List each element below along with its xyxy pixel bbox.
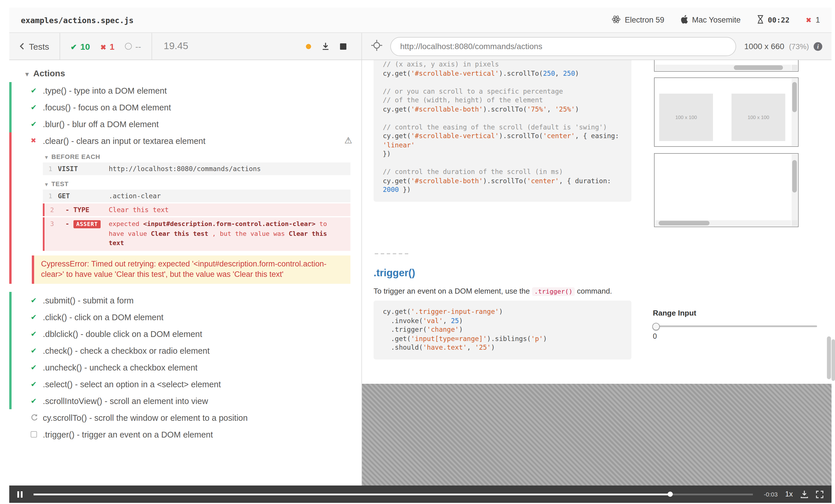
- passed-check-icon: [30, 380, 37, 389]
- failed-test-block: .clear() - clears an input or textarea e…: [9, 132, 361, 284]
- assert-message: expected <input#description.form-control…: [109, 219, 345, 248]
- browser-info[interactable]: Electron 59: [612, 15, 665, 25]
- test-item-trigger[interactable]: .trigger() - trigger an event on a DOM e…: [9, 426, 361, 443]
- command-row-visit[interactable]: 1 VISIT http://localhost:8080/commands/a…: [43, 163, 350, 175]
- scrollbar-thumb[interactable]: [734, 65, 783, 70]
- range-slider-thumb[interactable]: [652, 322, 660, 330]
- failed-x-icon: [30, 136, 36, 145]
- range-input-label: Range Input: [653, 309, 817, 317]
- vertical-scrollbar[interactable]: [792, 154, 797, 220]
- horizontal-scrollbar[interactable]: [655, 220, 791, 226]
- playback-progress-bar[interactable]: [34, 493, 753, 495]
- test-item-scrollto[interactable]: cy.scrollTo() - scroll the window or ele…: [9, 410, 361, 426]
- chevron-left-icon: [20, 41, 24, 51]
- trigger-section-heading[interactable]: .trigger(): [373, 267, 415, 279]
- url-input[interactable]: [390, 37, 736, 56]
- test-section[interactable]: TEST: [12, 176, 361, 190]
- test-item-scrollintoview[interactable]: .scrollIntoView() - scroll an element in…: [9, 393, 361, 410]
- assert-badge: ASSERT: [74, 220, 101, 228]
- test-item-check[interactable]: .check() - check a checkbox or radio ele…: [9, 342, 361, 359]
- passed-count: 10: [80, 41, 90, 51]
- test-title: .select() - select an option in a <selec…: [43, 380, 221, 389]
- test-item-dblclick[interactable]: .dblclick() - double click on a DOM elem…: [9, 326, 361, 342]
- test-title: cy.scrollTo() - scroll the window or ele…: [43, 413, 248, 422]
- command-message: Clear this text: [109, 206, 345, 214]
- test-title: .scrollIntoView() - scroll an element in…: [43, 397, 208, 406]
- passed-check-icon: [30, 120, 37, 128]
- passed-check-icon: [30, 86, 37, 95]
- back-to-tests-button[interactable]: Tests: [9, 33, 60, 60]
- progress-fill: [34, 493, 670, 495]
- test-title: .dblclick() - double click on a DOM elem…: [43, 330, 202, 339]
- suite-actions[interactable]: Actions: [9, 60, 361, 82]
- viewport-overflow-area: [362, 384, 832, 485]
- scrollable-vertical-box: 100 x 100 100 x 100: [654, 78, 798, 147]
- test-item-uncheck[interactable]: .uncheck() - uncheck a checkbox element: [9, 359, 361, 376]
- test-title: .trigger() - trigger an event on a DOM e…: [43, 430, 213, 439]
- scrollbar-thumb[interactable]: [792, 160, 797, 192]
- command-name: GET: [58, 192, 109, 200]
- test-item-blur[interactable]: .blur() - blur off a DOM element: [9, 115, 361, 132]
- viewport-info: 1000 x 660 (73%) i: [744, 42, 822, 51]
- test-title: .type() - type into a DOM element: [43, 86, 167, 95]
- test-item-click[interactable]: .click() - click on a DOM element: [9, 309, 361, 326]
- command-row-assert[interactable]: 3 - ASSERT expected <input#description.f…: [43, 217, 350, 251]
- warning-icon: [344, 135, 352, 146]
- command-row-type[interactable]: 2 - TYPE Clear this text: [43, 204, 350, 216]
- toolbar: Tests 10 1 -- 19.45: [9, 33, 832, 60]
- placeholder-image: 100 x 100: [732, 93, 785, 141]
- playback-speed[interactable]: 1x: [785, 490, 793, 498]
- selector-playground-icon[interactable]: [371, 40, 382, 53]
- electron-icon: [612, 15, 621, 25]
- test-item-select[interactable]: .select() - select an option in a <selec…: [9, 376, 361, 393]
- scrollbar-thumb[interactable]: [659, 221, 710, 226]
- failed-stat: 1: [100, 41, 115, 51]
- failed-count: 1: [109, 41, 115, 51]
- info-icon[interactable]: i: [814, 42, 822, 50]
- test-item-focus[interactable]: .focus() - focus on a DOM element: [9, 99, 361, 115]
- toolbar-left: Tests 10 1 -- 19.45: [9, 33, 362, 60]
- stop-button[interactable]: [340, 43, 346, 49]
- progress-thumb[interactable]: [668, 491, 673, 497]
- vertical-scrollbar[interactable]: [792, 79, 797, 146]
- pause-icon[interactable]: [17, 491, 23, 497]
- test-title: .blur() - blur off a DOM element: [43, 119, 159, 129]
- remaining-time: -0:03: [764, 491, 778, 498]
- download-icon[interactable]: [800, 490, 809, 498]
- scrollbar-corner: [792, 65, 797, 70]
- page-scrollbar[interactable]: [832, 339, 835, 381]
- test-item-submit[interactable]: .submit() - submit a form: [9, 292, 361, 309]
- spec-name: examples/actions.spec.js: [21, 15, 134, 25]
- passed-check-icon: [30, 397, 37, 405]
- passed-check-icon: [30, 296, 37, 305]
- viewport-size: 1000 x 660: [744, 42, 785, 51]
- fullscreen-icon[interactable]: [816, 490, 823, 498]
- test-title: .click() - click on a DOM element: [43, 313, 163, 322]
- test-title: .focus() - focus on a DOM element: [43, 103, 171, 112]
- scroll-to-bottom-icon[interactable]: [322, 42, 330, 50]
- scrollbar-thumb[interactable]: [792, 82, 797, 112]
- collapse-caret-icon: [25, 68, 33, 78]
- command-number: 1: [43, 192, 58, 200]
- aut-page-scrollbar[interactable]: [827, 336, 831, 379]
- failures-count: 1: [816, 16, 820, 24]
- horizontal-scrollbar[interactable]: [655, 65, 791, 70]
- apple-icon: [680, 15, 688, 25]
- scrollable-both-box: [654, 153, 798, 227]
- cypress-runner-window: examples/actions.spec.js Electron 59 Mac…: [9, 7, 832, 503]
- command-row-get[interactable]: 1 GET .action-clear: [43, 190, 350, 202]
- header-status-group: Electron 59 Mac Yosemite 00:22 1: [612, 15, 820, 25]
- scrollto-code-block: // (x axis, y axis) in pixelscy.get('#sc…: [373, 60, 631, 202]
- passed-check-icon: [70, 41, 77, 51]
- test-item-clear[interactable]: .clear() - clears an input or textarea e…: [12, 132, 361, 149]
- command-name: VISIT: [58, 165, 109, 173]
- range-slider[interactable]: [653, 326, 817, 327]
- pending-checkbox-icon: [30, 432, 37, 440]
- runner-header: examples/actions.spec.js Electron 59 Mac…: [9, 7, 832, 33]
- total-duration: 19.45: [152, 33, 200, 60]
- test-item-type[interactable]: .type() - type into a DOM element: [9, 82, 361, 99]
- before-each-section[interactable]: BEFORE EACH: [12, 149, 361, 163]
- pending-count: --: [135, 41, 141, 51]
- command-number: 2: [44, 206, 60, 214]
- screenshot-stage: examples/actions.spec.js Electron 59 Mac…: [0, 0, 835, 504]
